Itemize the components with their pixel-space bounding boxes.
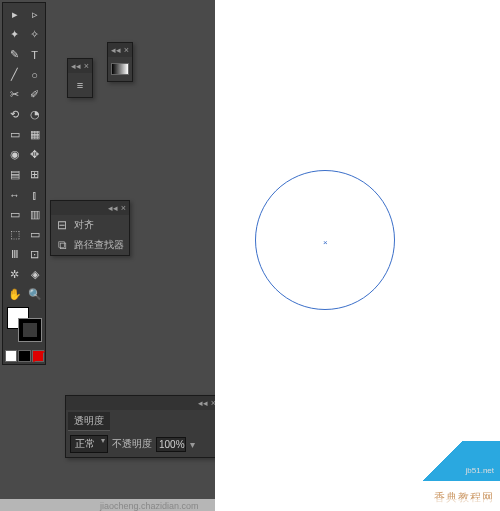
transparency-tab[interactable]: 透明度 [68,412,110,431]
scissors-tool[interactable]: ✂ [5,85,24,104]
selected-circle-shape[interactable]: × [255,170,395,310]
close-icon[interactable]: × [84,61,89,71]
close-icon[interactable]: × [121,203,126,213]
scale-tool[interactable]: ▭ [5,125,24,144]
opacity-label: 不透明度 [112,437,152,451]
artboard-tool[interactable]: Ⅲ [5,245,24,264]
slice-tool[interactable]: ⊡ [25,245,44,264]
pathfinder-row[interactable]: ⧉ 路径查找器 [51,235,129,255]
pathfinder-label: 路径查找器 [74,238,124,252]
line-tool[interactable]: ╱ [5,65,24,84]
shear-tool[interactable]: ▦ [25,125,44,144]
pencil-tool[interactable]: ✐ [25,85,44,104]
blend-mode-dropdown[interactable]: 正常 [70,435,108,453]
eyedropper-tool[interactable]: ▭ [5,205,24,224]
color-mode-solid[interactable] [5,350,17,362]
selection-tool[interactable]: ▸ [5,5,24,24]
panel-header[interactable]: ◂◂× [68,59,92,73]
panel-header[interactable]: ◂◂× [66,396,219,410]
blend-tool[interactable]: ▥ [25,205,44,224]
align-panel: ◂◂× ⊟ 对齐 ⧉ 路径查找器 [50,200,130,256]
floating-panel-menu[interactable]: ◂◂× ≡ [67,58,93,98]
shape-builder-tool[interactable]: ▤ [5,165,24,184]
align-icon: ⊟ [55,218,69,232]
column-graph-tool[interactable]: ▭ [25,225,44,244]
collapse-icon[interactable]: ◂◂ [198,398,208,408]
toolbox: ▸ ▹ ✦ ✧ ✎ T ╱ ○ ✂ ✐ ⟲ ◔ ▭ ▦ ◉ ✥ ▤ ⊞ ↔ ⫿ … [2,2,46,365]
gradient-tool[interactable]: ⫿ [25,185,44,204]
stroke-swatch[interactable] [19,319,41,341]
ellipse-tool[interactable]: ○ [25,65,44,84]
canvas-artboard[interactable]: × jb51.net 香典教程网 [215,0,500,511]
gradient-icon[interactable] [111,62,129,76]
menu-icon[interactable]: ≡ [71,78,89,92]
eraser-tool[interactable]: ✲ [5,265,24,284]
reflect-tool[interactable]: ◔ [25,105,44,124]
color-mode-gradient[interactable] [18,350,30,362]
watermark-band [390,441,500,481]
direct-selection-tool[interactable]: ▹ [25,5,44,24]
collapse-icon[interactable]: ◂◂ [111,45,121,55]
magic-wand-tool[interactable]: ✦ [5,25,24,44]
chevron-down-icon[interactable]: ▾ [190,439,195,450]
floating-panel-gradient[interactable]: ◂◂× [107,42,133,82]
free-transform-tool[interactable]: ✥ [25,145,44,164]
align-row[interactable]: ⊟ 对齐 [51,215,129,235]
symbol-sprayer-tool[interactable]: ⬚ [5,225,24,244]
lasso-tool[interactable]: ✧ [25,25,44,44]
transparency-panel: ◂◂× 透明度 正常 不透明度 100% ▾ [65,395,220,458]
shape-center-marker: × [323,238,327,242]
pen-tool[interactable]: ✎ [5,45,24,64]
collapse-icon[interactable]: ◂◂ [108,203,118,213]
color-mode-none[interactable] [32,350,44,362]
scissors2-tool[interactable]: ◈ [25,265,44,284]
source-link-bar: jiaocheng.chazidian.com [0,499,500,511]
panel-header[interactable]: ◂◂× [108,43,132,57]
zoom-tool[interactable]: 🔍 [25,285,44,304]
swatch-area [5,305,44,349]
panel-header[interactable]: ◂◂× [51,201,129,215]
perspective-grid-tool[interactable]: ⊞ [25,165,44,184]
type-tool[interactable]: T [25,45,44,64]
pathfinder-icon: ⧉ [55,238,69,252]
color-mode-row [5,350,44,362]
watermark-sub: jb51.net [466,466,494,475]
hand-tool[interactable]: ✋ [5,285,24,304]
width-tool[interactable]: ◉ [5,145,24,164]
rotate-tool[interactable]: ⟲ [5,105,24,124]
opacity-input[interactable]: 100% [156,437,186,452]
align-label: 对齐 [74,218,94,232]
close-icon[interactable]: × [124,45,129,55]
collapse-icon[interactable]: ◂◂ [71,61,81,71]
mesh-tool[interactable]: ↔ [5,185,24,204]
